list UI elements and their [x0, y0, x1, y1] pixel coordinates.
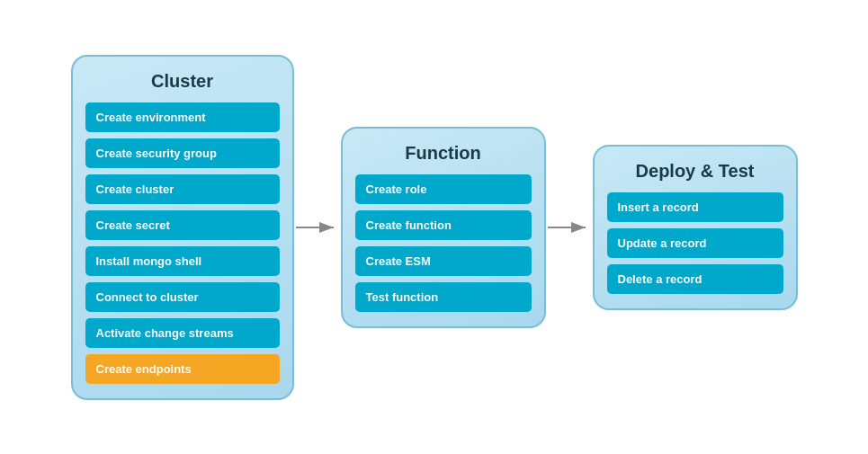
- arrow-2: [546, 217, 593, 238]
- cluster-btn-list: Create environment Create security group…: [85, 102, 280, 384]
- btn-create-security-group[interactable]: Create security group: [85, 138, 280, 168]
- btn-update-record[interactable]: Update a record: [607, 228, 783, 258]
- cluster-panel: Cluster Create environment Create securi…: [71, 55, 294, 400]
- deploy-panel: Deploy & Test Insert a record Update a r…: [593, 145, 798, 310]
- deploy-title: Deploy & Test: [636, 161, 755, 182]
- diagram: Cluster Create environment Create securi…: [44, 37, 825, 418]
- btn-delete-record[interactable]: Delete a record: [607, 264, 783, 294]
- btn-create-endpoints[interactable]: Create endpoints: [85, 354, 280, 384]
- btn-create-function[interactable]: Create function: [355, 210, 532, 240]
- btn-insert-record[interactable]: Insert a record: [607, 192, 783, 222]
- btn-connect-to-cluster[interactable]: Connect to cluster: [85, 282, 280, 312]
- btn-activate-change-streams[interactable]: Activate change streams: [85, 318, 280, 348]
- btn-create-secret[interactable]: Create secret: [85, 210, 280, 240]
- arrow-1: [294, 217, 341, 238]
- cluster-title: Cluster: [151, 71, 213, 92]
- function-btn-list: Create role Create function Create ESM T…: [355, 174, 532, 312]
- function-panel: Function Create role Create function Cre…: [341, 127, 546, 328]
- deploy-btn-list: Insert a record Update a record Delete a…: [607, 192, 783, 294]
- btn-test-function[interactable]: Test function: [355, 282, 532, 312]
- btn-create-esm[interactable]: Create ESM: [355, 246, 532, 276]
- btn-install-mongo-shell[interactable]: Install mongo shell: [85, 246, 280, 276]
- btn-create-environment[interactable]: Create environment: [85, 102, 280, 132]
- btn-create-role[interactable]: Create role: [355, 174, 532, 204]
- function-title: Function: [405, 143, 480, 164]
- btn-create-cluster[interactable]: Create cluster: [85, 174, 280, 204]
